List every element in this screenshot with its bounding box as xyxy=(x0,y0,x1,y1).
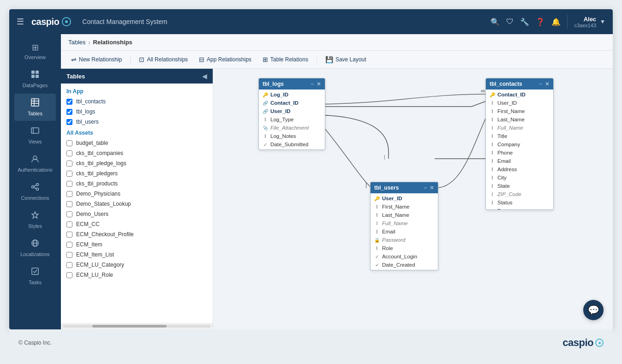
field-Log_Type: I Log_Type xyxy=(259,115,325,124)
field-users-Account_Login: ✓ Account_Login xyxy=(371,252,438,261)
chat-button[interactable]: 💬 xyxy=(583,300,604,320)
field-name-User_ID: User_ID xyxy=(270,108,290,114)
tbl-contacts-minimize[interactable]: − xyxy=(539,81,542,87)
field-name-users-Account_Login: Account_Login xyxy=(382,254,417,259)
horizontal-scrollbar[interactable] xyxy=(61,323,213,329)
help-icon[interactable]: ❓ xyxy=(536,18,545,26)
table-item-tbl_logs[interactable]: tbl_logs xyxy=(61,107,213,117)
cks_tbl_companies-checkbox[interactable] xyxy=(66,150,72,156)
settings-icon[interactable]: 🔧 xyxy=(520,18,529,26)
field-name-contacts-Full_Name: Full_Name xyxy=(497,125,523,131)
svg-point-12 xyxy=(36,184,39,186)
cks_tbl_products-name: cks_tbl_products xyxy=(76,180,118,187)
budget_table-name: budget_table xyxy=(76,140,108,146)
user-menu[interactable]: Alec c3aex143 ▼ xyxy=(574,16,605,28)
field-name-contacts-City: City xyxy=(497,175,507,180)
table-relations-button[interactable]: ⊞ Table Relations xyxy=(258,54,313,66)
sidebar-item-views[interactable]: Views xyxy=(14,122,56,149)
tbl_contacts-checkbox[interactable] xyxy=(66,99,72,105)
ECM_LU_Role-checkbox[interactable] xyxy=(66,272,72,278)
table-item-Demo_Users[interactable]: Demo_Users xyxy=(61,209,213,219)
tables-panel-title: Tables xyxy=(66,73,85,80)
tbl-contacts-header[interactable]: tbl_contacts − ✕ xyxy=(486,78,553,90)
sidebar-item-styles[interactable]: Styles xyxy=(14,206,56,233)
tables-icon xyxy=(31,98,39,109)
datapages-icon xyxy=(31,70,39,81)
table-item-budget_table[interactable]: budget_table xyxy=(61,138,213,148)
tbl-logs-header[interactable]: tbl_logs − ✕ xyxy=(259,78,325,90)
cks_tbl_pledgers-checkbox[interactable] xyxy=(66,171,72,177)
fn-icon: I xyxy=(374,204,380,209)
tbl-logs-box[interactable]: tbl_logs − ✕ 🔑 Log_ID xyxy=(258,78,325,150)
tbl-logs-close[interactable]: ✕ xyxy=(317,81,321,87)
sidebar-item-connections[interactable]: Connections xyxy=(14,178,56,205)
table-item-Demo_Physicians[interactable]: Demo_Physicians xyxy=(61,189,213,199)
table-item-ECM_Checkout_Profile[interactable]: ECM_Checkout_Profile xyxy=(61,229,213,239)
field-contacts-State: I State xyxy=(486,182,553,190)
field-name-contacts-Last_Name: Last_Name xyxy=(497,117,525,122)
tbl-logs-minimize[interactable]: − xyxy=(311,81,314,87)
table-item-ECM_Item[interactable]: ECM_Item xyxy=(61,239,213,250)
ECM_Item_List-checkbox[interactable] xyxy=(66,252,72,258)
user-id: c3aex143 xyxy=(574,23,596,28)
tables-panel-collapse[interactable]: ◀ xyxy=(202,72,207,80)
table-item-cks_tbl_pledgers[interactable]: cks_tbl_pledgers xyxy=(61,168,213,179)
Demo_Users-checkbox[interactable] xyxy=(66,211,72,217)
sidebar-item-tables[interactable]: Tables xyxy=(14,94,56,121)
table-item-cks_tbl_products[interactable]: cks_tbl_products xyxy=(61,179,213,189)
sidebar-item-datapages[interactable]: DataPages xyxy=(14,66,56,93)
tbl-users-box[interactable]: tbl_users − ✕ 🔑 User_ID xyxy=(370,182,438,270)
breadcrumb-parent[interactable]: Tables xyxy=(68,39,86,46)
users-key-icon: 🔑 xyxy=(374,196,380,201)
table-item-ECM_LU_Category[interactable]: ECM_LU_Category xyxy=(61,260,213,270)
breadcrumb-current: Relationships xyxy=(93,39,132,46)
app-relationships-button[interactable]: ⊟ App Relationships xyxy=(194,54,256,66)
all-relationships-button[interactable]: ⊡ All Relationships xyxy=(134,54,192,66)
Demo_Physicians-checkbox[interactable] xyxy=(66,191,72,197)
table-item-ECM_LU_Role[interactable]: ECM_LU_Role xyxy=(61,270,213,280)
tbl_logs-checkbox[interactable] xyxy=(66,109,72,115)
hamburger-icon[interactable]: ☰ xyxy=(17,17,24,27)
cks_tbl_pledge_logs-checkbox[interactable] xyxy=(66,161,72,167)
table-item-tbl_users[interactable]: tbl_users xyxy=(61,117,213,127)
table-item-tbl_contacts[interactable]: tbl_contacts xyxy=(61,96,213,107)
Demo_States_Lookup-checkbox[interactable] xyxy=(66,201,72,207)
tbl-users-header[interactable]: tbl_users − ✕ xyxy=(371,182,438,193)
budget_table-checkbox[interactable] xyxy=(66,140,72,146)
save-layout-button[interactable]: 💾 Save Layout xyxy=(321,54,371,66)
table-item-cks_tbl_pledge_logs[interactable]: cks_tbl_pledge_logs xyxy=(61,158,213,168)
sidebar-item-overview[interactable]: ⊞ Overview xyxy=(14,38,56,65)
sidebar-item-authentications[interactable]: Authentications xyxy=(14,150,56,177)
c-fn-icon: I xyxy=(490,109,495,114)
ECM_CC-checkbox[interactable] xyxy=(66,221,72,227)
table-item-ECM_Item_List[interactable]: ECM_Item_List xyxy=(61,250,213,260)
tbl-contacts-close[interactable]: ✕ xyxy=(545,81,550,87)
table-item-cks_tbl_companies[interactable]: cks_tbl_companies xyxy=(61,148,213,158)
field-users-Full_Name: I Full_Name xyxy=(371,219,438,227)
svg-line-14 xyxy=(34,185,36,186)
c-date-icon: ✓ xyxy=(490,209,495,210)
search-icon[interactable]: 🔍 xyxy=(490,18,500,26)
ECM_LU_Category-checkbox[interactable] xyxy=(66,262,72,268)
c-status-icon: I xyxy=(490,200,495,205)
tbl-users-minimize[interactable]: − xyxy=(424,185,427,191)
tbl-users-title: tbl_users xyxy=(374,185,399,191)
sidebar-item-tasks[interactable]: Tasks xyxy=(14,263,56,290)
footer-copyright: © Caspio Inc. xyxy=(18,340,52,346)
tbl-users-close[interactable]: ✕ xyxy=(430,185,434,191)
field-users-Role: I Role xyxy=(371,244,438,252)
cks_tbl_products-checkbox[interactable] xyxy=(66,181,72,187)
lock-icon: 🔒 xyxy=(374,238,380,243)
table-item-Demo_States_Lookup[interactable]: Demo_States_Lookup xyxy=(61,199,213,209)
field-contacts-Phone: I Phone xyxy=(486,149,553,157)
c-title-icon: I xyxy=(490,134,495,139)
tbl_users-checkbox[interactable] xyxy=(66,119,72,125)
bell-icon[interactable]: 🔔 xyxy=(551,18,561,26)
ECM_Item-checkbox[interactable] xyxy=(66,242,72,248)
ECM_Checkout_Profile-checkbox[interactable] xyxy=(66,232,72,238)
sidebar-item-localizations[interactable]: Localizations xyxy=(14,234,56,262)
table-item-ECM_CC[interactable]: ECM_CC xyxy=(61,219,213,229)
shield-icon[interactable]: 🛡 xyxy=(506,18,514,26)
new-relationship-button[interactable]: ⇌ New Relationship xyxy=(66,54,126,66)
tbl-contacts-box[interactable]: tbl_contacts − ✕ 🔑 Contact_ID xyxy=(485,78,554,210)
